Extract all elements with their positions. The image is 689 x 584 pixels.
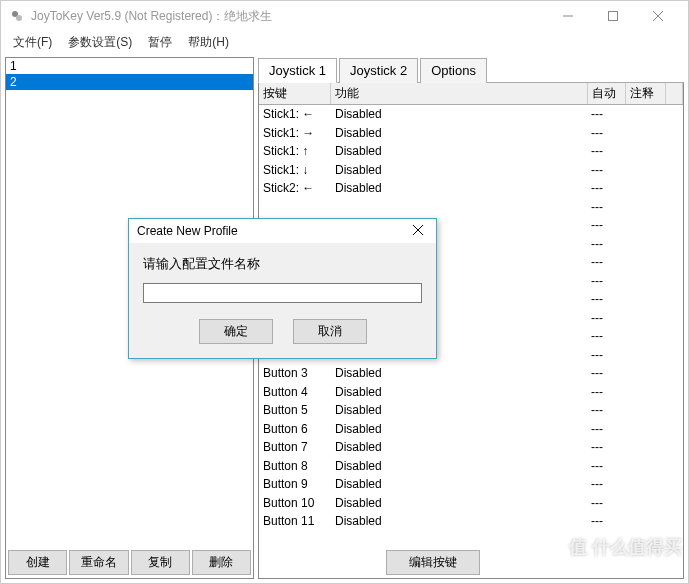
cell-key: Button 3 bbox=[263, 366, 335, 380]
cell-func: Disabled bbox=[335, 496, 591, 510]
grid-header: 按键 功能 自动 注释 bbox=[259, 83, 683, 105]
table-row[interactable]: Button 7Disabled--- bbox=[259, 438, 683, 457]
cell-auto: --- bbox=[591, 163, 629, 177]
menu-pause[interactable]: 暂停 bbox=[140, 32, 180, 53]
cell-key: Button 10 bbox=[263, 496, 335, 510]
cell-auto: --- bbox=[591, 329, 629, 343]
menubar: 文件(F) 参数设置(S) 暂停 帮助(H) bbox=[1, 31, 688, 53]
app-icon bbox=[9, 8, 25, 24]
cell-auto: --- bbox=[591, 126, 629, 140]
profile-name-input[interactable] bbox=[143, 283, 422, 303]
maximize-button[interactable] bbox=[590, 2, 635, 31]
table-row[interactable]: Stick1: →Disabled--- bbox=[259, 124, 683, 143]
table-row[interactable]: Stick1: ↓Disabled--- bbox=[259, 161, 683, 180]
cell-key: Stick1: → bbox=[263, 126, 335, 140]
col-auto[interactable]: 自动 bbox=[588, 83, 626, 104]
cell-auto: --- bbox=[591, 496, 629, 510]
cell-func: Disabled bbox=[335, 163, 591, 177]
create-button[interactable]: 创建 bbox=[8, 550, 67, 575]
svg-rect-3 bbox=[608, 12, 617, 21]
rename-button[interactable]: 重命名 bbox=[69, 550, 128, 575]
cell-key: Button 11 bbox=[263, 514, 335, 528]
cancel-button[interactable]: 取消 bbox=[293, 319, 367, 344]
cell-key: Button 5 bbox=[263, 403, 335, 417]
cell-auto: --- bbox=[591, 459, 629, 473]
cell-key: Button 8 bbox=[263, 459, 335, 473]
delete-button[interactable]: 删除 bbox=[192, 550, 251, 575]
col-scroll-spacer bbox=[666, 83, 683, 104]
titlebar: JoyToKey Ver5.9 (Not Registered)：绝地求生 bbox=[1, 1, 688, 31]
edit-key-button[interactable]: 编辑按键 bbox=[386, 550, 480, 575]
cell-func: Disabled bbox=[335, 477, 591, 491]
cell-func: Disabled bbox=[335, 403, 591, 417]
copy-button[interactable]: 复制 bbox=[131, 550, 190, 575]
table-row[interactable]: --- bbox=[259, 198, 683, 217]
table-row[interactable]: Button 5Disabled--- bbox=[259, 401, 683, 420]
cell-auto: --- bbox=[591, 200, 629, 214]
cell-key: Stick2: ← bbox=[263, 181, 335, 195]
menu-settings[interactable]: 参数设置(S) bbox=[60, 32, 140, 53]
cell-auto: --- bbox=[591, 440, 629, 454]
cell-key: Stick1: ↑ bbox=[263, 144, 335, 158]
cell-auto: --- bbox=[591, 218, 629, 232]
tab[interactable]: Joystick 1 bbox=[258, 58, 337, 83]
menu-file[interactable]: 文件(F) bbox=[5, 32, 60, 53]
svg-point-1 bbox=[16, 15, 22, 21]
cell-key: Button 9 bbox=[263, 477, 335, 491]
cell-auto: --- bbox=[591, 477, 629, 491]
profile-item[interactable]: 2 bbox=[6, 74, 253, 90]
table-row[interactable]: Button 10Disabled--- bbox=[259, 494, 683, 513]
cell-auto: --- bbox=[591, 514, 629, 528]
cell-func: Disabled bbox=[335, 366, 591, 380]
table-row[interactable]: Stick2: ←Disabled--- bbox=[259, 179, 683, 198]
dialog-title: Create New Profile bbox=[137, 224, 238, 238]
minimize-button[interactable] bbox=[545, 2, 590, 31]
cell-auto: --- bbox=[591, 385, 629, 399]
cell-key: Button 6 bbox=[263, 422, 335, 436]
close-button[interactable] bbox=[635, 2, 680, 31]
cell-func: Disabled bbox=[335, 126, 591, 140]
cell-key: Stick1: ↓ bbox=[263, 163, 335, 177]
cell-func: Disabled bbox=[335, 107, 591, 121]
tab[interactable]: Joystick 2 bbox=[339, 58, 418, 83]
cell-func: Disabled bbox=[335, 181, 591, 195]
cell-func: Disabled bbox=[335, 459, 591, 473]
create-profile-dialog: Create New Profile 请输入配置文件名称 确定 取消 bbox=[128, 218, 437, 359]
window-title: JoyToKey Ver5.9 (Not Registered)：绝地求生 bbox=[31, 8, 545, 25]
dialog-titlebar: Create New Profile bbox=[129, 219, 436, 243]
cell-key: Stick1: ← bbox=[263, 107, 335, 121]
table-row[interactable]: Stick1: ↑Disabled--- bbox=[259, 142, 683, 161]
table-row[interactable]: Button 3Disabled--- bbox=[259, 364, 683, 383]
cell-auto: --- bbox=[591, 181, 629, 195]
table-row[interactable]: Button 11Disabled--- bbox=[259, 512, 683, 531]
col-note[interactable]: 注释 bbox=[626, 83, 666, 104]
menu-help[interactable]: 帮助(H) bbox=[180, 32, 237, 53]
cell-auto: --- bbox=[591, 237, 629, 251]
cell-key: Button 4 bbox=[263, 385, 335, 399]
profile-item[interactable]: 1 bbox=[6, 58, 253, 74]
table-row[interactable]: Button 9Disabled--- bbox=[259, 475, 683, 494]
ok-button[interactable]: 确定 bbox=[199, 319, 273, 344]
col-func[interactable]: 功能 bbox=[331, 83, 588, 104]
cell-auto: --- bbox=[591, 422, 629, 436]
col-key[interactable]: 按键 bbox=[259, 83, 331, 104]
cell-func: Disabled bbox=[335, 422, 591, 436]
table-row[interactable]: Button 6Disabled--- bbox=[259, 420, 683, 439]
table-row[interactable]: Stick1: ←Disabled--- bbox=[259, 105, 683, 124]
cell-auto: --- bbox=[591, 274, 629, 288]
table-row[interactable]: Button 4Disabled--- bbox=[259, 383, 683, 402]
tab[interactable]: Options bbox=[420, 58, 487, 83]
cell-auto: --- bbox=[591, 403, 629, 417]
table-row[interactable]: Button 8Disabled--- bbox=[259, 457, 683, 476]
cell-auto: --- bbox=[591, 348, 629, 362]
dialog-close-button[interactable] bbox=[408, 224, 428, 238]
cell-auto: --- bbox=[591, 366, 629, 380]
cell-func: Disabled bbox=[335, 514, 591, 528]
cell-key: Button 7 bbox=[263, 440, 335, 454]
cell-func: Disabled bbox=[335, 385, 591, 399]
cell-func: Disabled bbox=[335, 144, 591, 158]
cell-auto: --- bbox=[591, 255, 629, 269]
cell-auto: --- bbox=[591, 107, 629, 121]
tab-strip: Joystick 1Joystick 2Options bbox=[258, 57, 684, 83]
cell-func: Disabled bbox=[335, 440, 591, 454]
